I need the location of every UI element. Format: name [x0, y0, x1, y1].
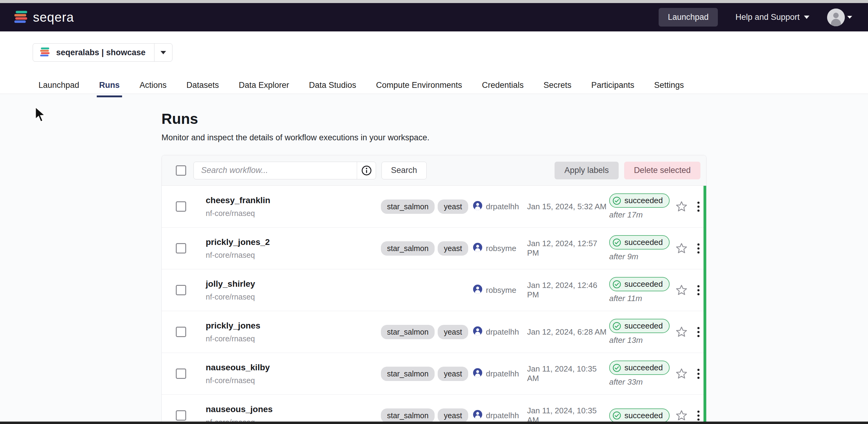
run-name-link[interactable]: cheesy_franklin [206, 196, 381, 205]
launchpad-button[interactable]: Launchpad [659, 8, 718, 27]
chevron-down-icon [160, 51, 166, 54]
kebab-menu-icon[interactable] [695, 283, 701, 297]
user-icon [473, 326, 482, 338]
kebab-menu-icon[interactable] [695, 241, 701, 255]
row-checkbox[interactable] [176, 327, 186, 337]
run-labels: star_salmonyeast [381, 241, 473, 256]
search-button[interactable]: Search [381, 162, 427, 180]
kebab-menu-icon[interactable] [695, 367, 701, 381]
run-labels: star_salmonyeast [381, 367, 473, 381]
tab-secrets[interactable]: Secrets [541, 80, 574, 97]
user-name: drpatelhh [486, 202, 519, 211]
table-scrollbar[interactable] [704, 186, 706, 422]
run-pipeline: nf-core/rnaseq [206, 251, 381, 260]
label-pill: yeast [438, 367, 468, 381]
tab-credentials[interactable]: Credentials [479, 80, 526, 97]
kebab-menu-icon[interactable] [695, 200, 701, 214]
status-label: succeeded [624, 321, 663, 331]
table-row[interactable]: nauseous_jones nf-core/rnaseq star_salmo… [162, 395, 706, 422]
select-all-checkbox[interactable] [176, 165, 186, 176]
row-checkbox-cell [176, 201, 206, 212]
status-label: succeeded [624, 196, 663, 205]
run-name-cell: prickly_jones nf-core/rnaseq [206, 321, 381, 343]
run-status-cell: succeeded after 33m [609, 361, 673, 387]
tab-data-studios[interactable]: Data Studios [306, 80, 359, 97]
star-icon[interactable] [675, 242, 688, 254]
run-duration: after 33m [609, 377, 643, 387]
tab-participants[interactable]: Participants [589, 80, 637, 97]
table-row[interactable]: jolly_shirley nf-core/rnaseq robsyme Jan… [162, 269, 706, 311]
star-icon[interactable] [675, 367, 688, 380]
run-date: Jan 12, 2024, 12:57 PM [527, 239, 609, 258]
run-user: drpatelhh [473, 326, 527, 338]
run-name-cell: jolly_shirley nf-core/rnaseq [206, 279, 381, 301]
workspace-name: seqeralabs | showcase [56, 48, 146, 57]
status-label: succeeded [624, 280, 663, 289]
search-info-icon[interactable] [357, 162, 376, 179]
user-icon [473, 410, 482, 421]
label-pill: star_salmon [381, 325, 435, 339]
tab-actions[interactable]: Actions [137, 80, 169, 97]
row-checkbox[interactable] [176, 243, 186, 254]
avatar [827, 8, 845, 26]
run-name-cell: nauseous_kilby nf-core/rnaseq [206, 363, 381, 385]
table-row[interactable]: cheesy_franklin nf-core/rnaseq star_salm… [162, 186, 706, 228]
run-status-cell: succeeded after 9m [609, 235, 673, 261]
row-checkbox[interactable] [176, 285, 186, 295]
kebab-menu-icon[interactable] [695, 325, 701, 339]
status-label: succeeded [624, 238, 663, 247]
delete-selected-button[interactable]: Delete selected [624, 162, 701, 180]
workspace-subheader: seqeralabs | showcase LaunchpadRunsActio… [0, 31, 868, 94]
user-icon [473, 201, 482, 212]
workspace-selector-toggle[interactable] [154, 44, 172, 61]
star-icon[interactable] [675, 200, 688, 213]
table-row[interactable]: prickly_jones_2 nf-core/rnaseq star_salm… [162, 228, 706, 269]
run-name-link[interactable]: prickly_jones_2 [206, 237, 381, 247]
row-checkbox[interactable] [176, 201, 186, 212]
run-name-link[interactable]: prickly_jones [206, 321, 381, 331]
user-avatar-menu[interactable] [827, 8, 852, 26]
run-name-link[interactable]: nauseous_jones [206, 404, 381, 414]
run-pipeline: nf-core/rnaseq [206, 418, 381, 422]
row-checkbox[interactable] [176, 410, 186, 421]
run-name-link[interactable]: jolly_shirley [206, 279, 381, 289]
search-input-group [193, 162, 376, 180]
tab-runs[interactable]: Runs [97, 80, 122, 97]
run-name-link[interactable]: nauseous_kilby [206, 363, 381, 372]
row-checkbox-cell [176, 410, 206, 421]
help-and-support-menu[interactable]: Help and Support [736, 12, 809, 22]
run-pipeline: nf-core/rnaseq [206, 334, 381, 343]
brand-wordmark: seqera [33, 10, 74, 25]
user-name: drpatelhh [486, 411, 519, 420]
label-pill: yeast [438, 325, 468, 339]
tab-data-explorer[interactable]: Data Explorer [236, 80, 291, 97]
page-subtitle: Monitor and inspect the details of workf… [161, 133, 707, 142]
search-input[interactable] [194, 162, 357, 179]
run-name-cell: prickly_jones_2 nf-core/rnaseq [206, 237, 381, 260]
table-row[interactable]: prickly_jones nf-core/rnaseq star_salmon… [162, 311, 706, 353]
star-icon[interactable] [675, 326, 688, 338]
runs-table-card: Search Apply labels Delete selected chee… [161, 155, 707, 422]
tab-compute-environments[interactable]: Compute Environments [374, 80, 465, 97]
apply-labels-button[interactable]: Apply labels [555, 162, 619, 180]
tab-datasets[interactable]: Datasets [184, 80, 222, 97]
run-labels: star_salmonyeast [381, 409, 473, 422]
star-icon[interactable] [675, 410, 688, 422]
tab-settings[interactable]: Settings [652, 80, 686, 97]
workspace-selector[interactable]: seqeralabs | showcase [33, 43, 173, 62]
check-circle-icon [612, 363, 621, 372]
kebab-menu-icon[interactable] [695, 409, 701, 422]
check-circle-icon [612, 196, 621, 205]
top-navbar: seqera Launchpad Help and Support [0, 3, 868, 31]
run-date: Jan 11, 2024, 10:35 AM [527, 364, 609, 383]
seqera-brand[interactable]: seqera [13, 9, 74, 25]
status-badge: succeeded [609, 235, 670, 250]
label-pill: yeast [438, 409, 468, 422]
star-icon[interactable] [675, 284, 688, 296]
run-date: Jan 11, 2024, 10:35 AM [527, 406, 609, 422]
chevron-down-icon [804, 15, 809, 19]
user-name: drpatelhh [486, 327, 519, 337]
tab-launchpad[interactable]: Launchpad [36, 80, 82, 97]
row-checkbox[interactable] [176, 368, 186, 379]
table-row[interactable]: nauseous_kilby nf-core/rnaseq star_salmo… [162, 353, 706, 395]
